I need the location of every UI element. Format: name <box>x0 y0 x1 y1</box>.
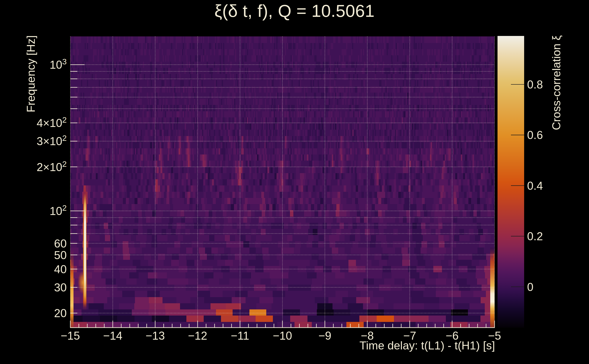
svg-text:3×102: 3×102 <box>37 134 67 148</box>
svg-text:0.8: 0.8 <box>527 78 543 91</box>
svg-text:−9: −9 <box>318 329 331 342</box>
svg-text:−10: −10 <box>273 329 292 342</box>
svg-text:0.4: 0.4 <box>527 180 543 192</box>
svg-text:Cross-correlation ξ: Cross-correlation ξ <box>550 35 563 130</box>
svg-text:20: 20 <box>54 307 67 320</box>
svg-text:Frequency [Hz]: Frequency [Hz] <box>25 35 37 112</box>
svg-text:ξ(δ t, f), Q = 10.5061: ξ(δ t, f), Q = 10.5061 <box>214 1 375 20</box>
svg-text:60: 60 <box>54 237 67 250</box>
svg-text:0.6: 0.6 <box>527 129 543 142</box>
svg-text:30: 30 <box>54 281 67 294</box>
svg-text:−14: −14 <box>103 329 122 342</box>
svg-text:50: 50 <box>54 249 67 262</box>
svg-text:−11: −11 <box>231 329 249 342</box>
svg-text:−12: −12 <box>188 329 207 342</box>
svg-text:0.2: 0.2 <box>527 230 543 243</box>
svg-text:4×102: 4×102 <box>37 115 67 130</box>
svg-text:40: 40 <box>54 263 67 276</box>
svg-text:2×102: 2×102 <box>37 159 67 174</box>
svg-text:−15: −15 <box>61 329 80 342</box>
svg-text:0: 0 <box>527 281 533 293</box>
svg-text:Time delay: t(L1) - t(H1) [s]: Time delay: t(L1) - t(H1) [s] <box>360 339 495 352</box>
svg-text:−13: −13 <box>145 329 165 342</box>
